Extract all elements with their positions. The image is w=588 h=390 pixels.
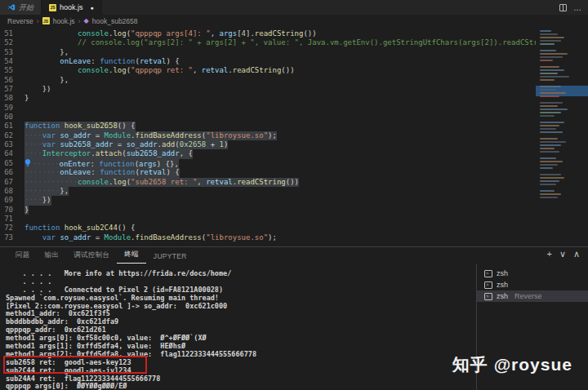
line-number[interactable]: 66 (0, 168, 24, 177)
panel-tab-terminal[interactable]: 终端 (117, 250, 146, 264)
code-line[interactable]: 53 }, (0, 48, 536, 57)
panel-tab-problems[interactable]: 问题 (8, 250, 38, 264)
terminal-output[interactable]: . . . . More info at https://frida.re/do… (0, 264, 476, 390)
panel-tab-jupyter[interactable]: JUPYTER (146, 252, 194, 264)
minimap-line (540, 148, 555, 149)
code-line[interactable]: 54 onLeave: function(retval) { (0, 57, 536, 66)
line-number[interactable]: 64 (0, 149, 24, 158)
line-number[interactable]: 70 (0, 206, 24, 215)
line-content[interactable]: } (24, 206, 29, 215)
code-line[interactable]: 55 console.log("qpppqp ret: ", retval.re… (0, 66, 536, 75)
line-number[interactable]: 56 (0, 76, 24, 85)
new-terminal-icon[interactable]: + (546, 250, 551, 259)
breadcrumb-symbol[interactable]: hook_sub2658 (92, 17, 138, 25)
code-line[interactable]: 72function hook_sub2C44() { (0, 224, 536, 233)
line-content[interactable]: }, (24, 48, 69, 57)
line-content[interactable]: }) (24, 85, 51, 94)
line-number[interactable]: 52 (0, 38, 24, 47)
line-number[interactable]: 68 (0, 187, 24, 196)
minimap-line (540, 184, 556, 185)
terminal-list-item[interactable]: >zshReverse (477, 290, 588, 302)
line-number[interactable]: 61 (0, 122, 24, 131)
code-line[interactable]: 52 // console.log("args[2]: " + args[2] … (0, 38, 536, 47)
code-line[interactable]: 67············console.log("sub2658 ret: … (0, 178, 536, 187)
code-line[interactable]: 62····var so_addr = Module.findBaseAddre… (0, 131, 536, 140)
code-line[interactable]: 66········onLeave: function(retval) { (0, 168, 536, 177)
line-content[interactable]: onLeave: function(retval) { (24, 57, 180, 66)
minimap-line (540, 138, 558, 140)
line-content[interactable]: ············console.log("sub2658 ret: ",… (24, 178, 299, 187)
minimap-line (540, 174, 561, 175)
line-number[interactable]: 69 (0, 196, 24, 205)
code-lines[interactable]: 51 console.log("qpppqp args[4]: ", args[… (0, 27, 536, 246)
code-line[interactable]: 51 console.log("qpppqp args[4]: ", args[… (0, 29, 536, 38)
code-line[interactable]: 73 var so_addr = Module.findBaseAddress(… (0, 233, 536, 242)
code-line[interactable]: 71 (0, 215, 536, 224)
line-content[interactable]: ····var sub2658_addr = so_addr.add(0x265… (24, 140, 228, 149)
line-number[interactable]: 62 (0, 131, 24, 140)
line-content[interactable]: ········onLeave: function(retval) { (24, 168, 180, 177)
line-number[interactable]: 55 (0, 66, 24, 75)
line-number[interactable]: 51 (0, 29, 24, 38)
minimap-line (536, 99, 588, 100)
split-editor-icon[interactable] (559, 4, 567, 11)
minimap-line (540, 89, 556, 91)
tab-hookjs[interactable]: JS hook.js ● (42, 0, 102, 15)
chevron-down-icon[interactable]: ∨ (559, 250, 566, 259)
minimap-line (536, 154, 588, 156)
breadcrumb-root[interactable]: Reverse (7, 17, 33, 25)
javascript-file-icon: JS (49, 4, 56, 11)
terminal-list-item[interactable]: >zsh (477, 268, 588, 279)
line-content[interactable]: function hook_sub2658() { (24, 122, 136, 131)
code-line[interactable]: 69····}) (0, 196, 536, 205)
line-content[interactable]: ····Interceptor.attach(sub2658_addr, { (24, 149, 193, 158)
line-content[interactable]: // console.log("args[2]: " + args[2] + "… (24, 38, 536, 47)
code-line[interactable]: 57 }) (0, 85, 536, 94)
code-editor[interactable]: 51 console.log("qpppqp args[4]: ", args[… (0, 27, 588, 246)
code-line[interactable]: 58} (0, 94, 536, 103)
line-number[interactable]: 63 (0, 140, 24, 149)
minimap[interactable] (536, 27, 588, 246)
code-line[interactable]: 64····Interceptor.attach(sub2658_addr, { (0, 149, 536, 158)
breadcrumb-file[interactable]: hook.js (53, 17, 75, 25)
line-content[interactable]: var so_addr = Module.findBaseAddress("li… (24, 233, 277, 242)
chevron-up-icon[interactable]: ∧ (573, 250, 580, 259)
line-number[interactable]: 67 (0, 178, 24, 187)
line-number[interactable]: 73 (0, 233, 24, 242)
code-line[interactable]: 60 (0, 113, 536, 122)
code-line[interactable]: 61function hook_sub2658() { (0, 122, 536, 131)
panel-tab-output[interactable]: 输出 (38, 250, 67, 264)
line-number[interactable]: 57 (0, 85, 24, 94)
minimap-line (536, 135, 588, 136)
code-line[interactable]: 65······onEnter: function(args) {}, (0, 159, 536, 168)
code-line[interactable]: 59 (0, 104, 536, 113)
code-line[interactable]: 68········}, (0, 187, 536, 196)
minimap-line (540, 86, 561, 87)
line-number[interactable]: 53 (0, 48, 24, 57)
line-content[interactable]: ······onEnter: function(args) {}, (24, 159, 179, 168)
line-number[interactable]: 58 (0, 94, 24, 103)
line-content[interactable]: }, (24, 76, 69, 85)
line-content[interactable]: function hook_sub2C44() { (24, 224, 136, 233)
more-actions-icon[interactable]: … (573, 4, 581, 11)
code-line[interactable]: 56 }, (0, 76, 536, 85)
line-number[interactable]: 71 (0, 215, 24, 224)
line-content[interactable]: } (24, 94, 29, 103)
minimap-line (540, 131, 563, 133)
line-content[interactable]: ····}) (24, 196, 51, 205)
code-line[interactable]: 70} (0, 206, 536, 215)
line-number[interactable]: 59 (0, 104, 24, 113)
line-number[interactable]: 60 (0, 113, 24, 122)
line-number[interactable]: 72 (0, 224, 24, 233)
code-line[interactable]: 63····var sub2658_addr = so_addr.add(0x2… (0, 140, 536, 149)
panel-tab-debug-console[interactable]: 调试控制台 (66, 250, 117, 264)
line-content[interactable]: console.log("qpppqp args[4]: ", args[4].… (24, 29, 317, 38)
terminal-list-item[interactable]: >zsh (477, 279, 588, 290)
tab-getting-started[interactable]: 开始 (0, 0, 42, 15)
line-number[interactable]: 54 (0, 57, 24, 66)
modified-dot-icon[interactable]: ● (91, 5, 94, 11)
line-content[interactable]: ········}, (24, 187, 69, 196)
line-number[interactable]: 65 (0, 159, 24, 168)
line-content[interactable]: console.log("qpppqp ret: ", retval.readC… (24, 66, 295, 75)
line-content[interactable]: ····var so_addr = Module.findBaseAddress… (24, 131, 277, 140)
